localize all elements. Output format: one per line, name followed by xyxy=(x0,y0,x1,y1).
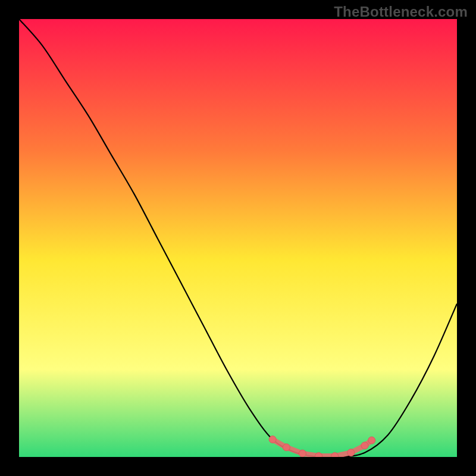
optimal-marker xyxy=(331,453,339,457)
gradient-background xyxy=(19,19,457,457)
optimal-marker xyxy=(299,450,306,457)
optimal-marker xyxy=(269,436,276,443)
chart-frame: TheBottleneck.com xyxy=(0,0,476,476)
optimal-marker xyxy=(368,437,375,444)
plot-area xyxy=(19,19,457,457)
watermark-text: TheBottleneck.com xyxy=(334,4,468,20)
optimal-marker xyxy=(361,442,368,449)
optimal-marker xyxy=(283,444,290,451)
optimal-marker xyxy=(347,449,355,456)
optimal-marker xyxy=(315,453,322,457)
chart-svg xyxy=(19,19,457,457)
